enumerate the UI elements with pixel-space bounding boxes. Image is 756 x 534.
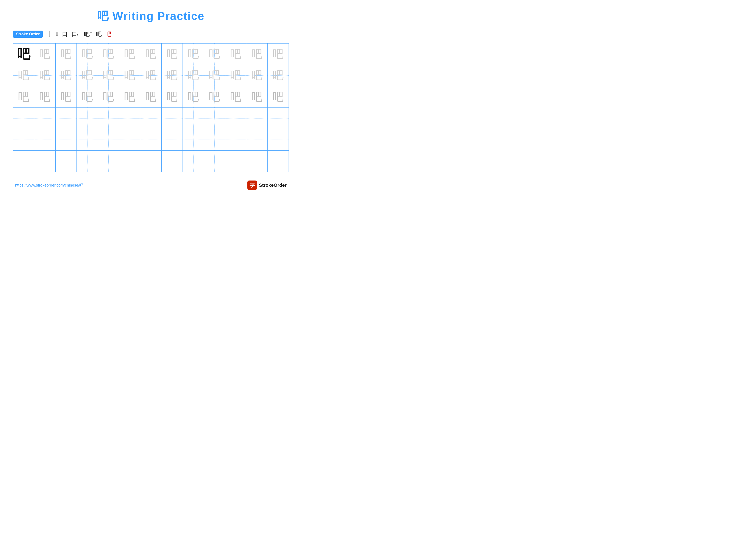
grid-cell-3-5[interactable]: 吧 bbox=[98, 86, 119, 107]
grid-cell-1-10[interactable]: 吧 bbox=[204, 43, 225, 64]
grid-cell-5-12[interactable] bbox=[246, 129, 267, 150]
grid-cell-6-10[interactable] bbox=[204, 151, 225, 172]
grid-cell-6-5[interactable] bbox=[98, 151, 119, 172]
grid-cell-1-2[interactable]: 吧 bbox=[34, 43, 55, 64]
char-guide: 吧 bbox=[188, 48, 199, 60]
grid-cell-5-2[interactable] bbox=[34, 129, 55, 150]
grid-cell-5-9[interactable] bbox=[183, 129, 204, 150]
char-guide: 吧 bbox=[103, 70, 114, 81]
grid-cell-6-2[interactable] bbox=[34, 151, 55, 172]
grid-cell-4-1[interactable] bbox=[13, 108, 34, 129]
grid-cell-6-7[interactable] bbox=[140, 151, 161, 172]
char-guide: 吧 bbox=[209, 48, 220, 60]
grid-cell-4-11[interactable] bbox=[225, 108, 246, 129]
grid-cell-4-5[interactable] bbox=[98, 108, 119, 129]
char-guide: 吧 bbox=[272, 70, 284, 81]
grid-cell-1-6[interactable]: 吧 bbox=[119, 43, 140, 64]
grid-cell-2-6[interactable]: 吧 bbox=[119, 65, 140, 86]
grid-cell-2-8[interactable]: 吧 bbox=[162, 65, 183, 86]
char-guide: 吧 bbox=[230, 48, 241, 60]
grid-cell-6-6[interactable] bbox=[119, 151, 140, 172]
grid-cell-3-10[interactable]: 吧 bbox=[204, 86, 225, 107]
grid-cell-4-8[interactable] bbox=[162, 108, 183, 129]
grid-cell-1-5[interactable]: 吧 bbox=[98, 43, 119, 64]
grid-cell-4-12[interactable] bbox=[246, 108, 267, 129]
grid-cell-1-12[interactable]: 吧 bbox=[246, 43, 267, 64]
char-guide: 吧 bbox=[272, 91, 284, 103]
grid-cell-2-13[interactable]: 吧 bbox=[268, 65, 288, 86]
grid-cell-3-1[interactable]: 吧 bbox=[13, 86, 34, 107]
grid-cell-4-9[interactable] bbox=[183, 108, 204, 129]
grid-cell-5-8[interactable] bbox=[162, 129, 183, 150]
footer-logo: 字 StrokeOrder bbox=[247, 181, 286, 190]
grid-cell-6-9[interactable] bbox=[183, 151, 204, 172]
grid-cell-1-9[interactable]: 吧 bbox=[183, 43, 204, 64]
grid-cell-3-11[interactable]: 吧 bbox=[225, 86, 246, 107]
grid-cell-1-11[interactable]: 吧 bbox=[225, 43, 246, 64]
grid-cell-3-2[interactable]: 吧 bbox=[34, 86, 55, 107]
grid-cell-2-11[interactable]: 吧 bbox=[225, 65, 246, 86]
char-guide: 吧 bbox=[230, 91, 241, 103]
grid-cell-5-3[interactable] bbox=[56, 129, 77, 150]
char-guide: 吧 bbox=[124, 70, 135, 81]
grid-cell-4-4[interactable] bbox=[77, 108, 98, 129]
grid-cell-1-8[interactable]: 吧 bbox=[162, 43, 183, 64]
grid-cell-5-11[interactable] bbox=[225, 129, 246, 150]
grid-cell-5-10[interactable] bbox=[204, 129, 225, 150]
grid-cell-3-8[interactable]: 吧 bbox=[162, 86, 183, 107]
grid-cell-3-13[interactable]: 吧 bbox=[268, 86, 288, 107]
char-guide: 吧 bbox=[82, 70, 93, 81]
grid-cell-5-6[interactable] bbox=[119, 129, 140, 150]
grid-cell-5-7[interactable] bbox=[140, 129, 161, 150]
grid-cell-3-4[interactable]: 吧 bbox=[77, 86, 98, 107]
char-guide: 吧 bbox=[188, 70, 199, 81]
grid-cell-3-6[interactable]: 吧 bbox=[119, 86, 140, 107]
char-guide: 吧 bbox=[60, 70, 71, 81]
grid-cell-4-2[interactable] bbox=[34, 108, 55, 129]
grid-cell-1-13[interactable]: 吧 bbox=[268, 43, 288, 64]
grid-cell-4-13[interactable] bbox=[268, 108, 288, 129]
grid-cell-6-3[interactable] bbox=[56, 151, 77, 172]
grid-cell-1-3[interactable]: 吧 bbox=[56, 43, 77, 64]
grid-cell-5-4[interactable] bbox=[77, 129, 98, 150]
grid-cell-6-1[interactable] bbox=[13, 151, 34, 172]
grid-cell-6-13[interactable] bbox=[268, 151, 288, 172]
grid-cell-2-1[interactable]: 吧 bbox=[13, 65, 34, 86]
grid-cell-3-12[interactable]: 吧 bbox=[246, 86, 267, 107]
grid-cell-1-7[interactable]: 吧 bbox=[140, 43, 161, 64]
char-guide: 吧 bbox=[145, 48, 156, 60]
grid-cell-3-9[interactable]: 吧 bbox=[183, 86, 204, 107]
stroke-step-6: 吧 bbox=[96, 30, 102, 38]
grid-cell-2-4[interactable]: 吧 bbox=[77, 65, 98, 86]
char-guide: 吧 bbox=[251, 48, 262, 60]
grid-cell-4-7[interactable] bbox=[140, 108, 161, 129]
char-guide: 吧 bbox=[145, 91, 156, 103]
grid-cell-3-7[interactable]: 吧 bbox=[140, 86, 161, 107]
grid-cell-6-8[interactable] bbox=[162, 151, 183, 172]
grid-cell-1-4[interactable]: 吧 bbox=[77, 43, 98, 64]
grid-cell-4-3[interactable] bbox=[56, 108, 77, 129]
grid-cell-4-10[interactable] bbox=[204, 108, 225, 129]
grid-cell-2-7[interactable]: 吧 bbox=[140, 65, 161, 86]
stroke-step-5: 吧⌐ bbox=[84, 30, 92, 38]
footer-logo-text: StrokeOrder bbox=[259, 183, 286, 188]
char-guide: 吧 bbox=[124, 48, 135, 60]
grid-cell-5-1[interactable] bbox=[13, 129, 34, 150]
grid-cell-4-6[interactable] bbox=[119, 108, 140, 129]
stroke-step-4: 口⌐ bbox=[71, 30, 80, 38]
grid-cell-2-12[interactable]: 吧 bbox=[246, 65, 267, 86]
grid-cell-2-5[interactable]: 吧 bbox=[98, 65, 119, 86]
grid-cell-1-1[interactable]: 吧 bbox=[13, 43, 34, 64]
grid-cell-6-11[interactable] bbox=[225, 151, 246, 172]
grid-cell-6-4[interactable] bbox=[77, 151, 98, 172]
char-guide: 吧 bbox=[18, 91, 29, 103]
grid-cell-2-10[interactable]: 吧 bbox=[204, 65, 225, 86]
grid-cell-2-3[interactable]: 吧 bbox=[56, 65, 77, 86]
grid-cell-5-13[interactable] bbox=[268, 129, 288, 150]
grid-cell-5-5[interactable] bbox=[98, 129, 119, 150]
grid-cell-6-12[interactable] bbox=[246, 151, 267, 172]
grid-cell-2-2[interactable]: 吧 bbox=[34, 65, 55, 86]
footer-url[interactable]: https://www.strokeorder.com/chinese/吧 bbox=[15, 183, 83, 188]
grid-cell-3-3[interactable]: 吧 bbox=[56, 86, 77, 107]
grid-cell-2-9[interactable]: 吧 bbox=[183, 65, 204, 86]
